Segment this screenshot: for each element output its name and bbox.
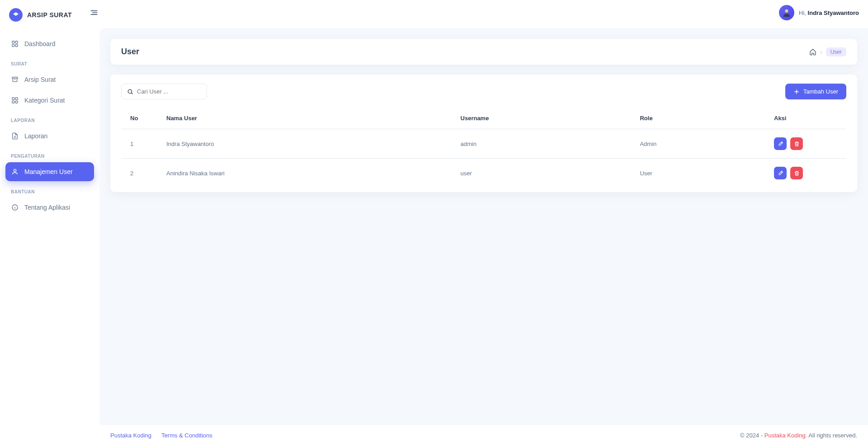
sidebar-item-label: Arsip Surat [24,76,56,83]
info-icon [11,203,19,211]
archive-icon [11,75,19,84]
sidebar-section-title: LAPORAN [5,112,94,127]
svg-rect-3 [15,44,18,47]
content-card: Tambah User No Nama User Username Role A… [110,75,857,192]
add-user-button[interactable]: Tambah User [785,84,846,99]
dashboard-icon [11,40,19,48]
breadcrumb-current: User [826,47,846,56]
svg-rect-5 [12,98,14,100]
add-user-label: Tambah User [803,88,838,95]
edit-icon [778,141,783,147]
cell-nama: Anindira Nisaka Iswari [157,159,452,188]
menu-toggle-button[interactable] [86,5,102,21]
brand-name: ARSIP SURAT [27,11,72,19]
sidebar-item-dashboard[interactable]: Dashboard [5,34,94,53]
footer: Pustaka Koding Terms & Conditions © 2024… [99,425,868,446]
file-icon [11,132,19,140]
sidebar: ARSIP SURAT Dashboard SURAT Arsip Surat [0,0,99,446]
edit-button[interactable] [774,167,787,179]
plus-icon [793,89,800,95]
trash-icon [794,170,800,176]
sidebar-item-manajemen-user[interactable]: Manajemen User [5,162,94,181]
sidebar-item-label: Manajemen User [24,168,73,175]
svg-rect-0 [12,41,14,43]
user-icon [11,168,19,176]
svg-rect-8 [15,101,18,103]
nav: Dashboard SURAT Arsip Surat Kategori Sur… [0,30,99,223]
category-icon [11,96,19,104]
brand[interactable]: ARSIP SURAT [0,0,99,30]
sidebar-item-kategori-surat[interactable]: Kategori Surat [5,91,94,110]
sidebar-item-label: Dashboard [24,40,56,47]
cell-role: User [631,159,765,188]
cell-aksi [765,159,846,188]
svg-line-16 [132,93,133,94]
svg-rect-2 [12,44,14,47]
page-header: User › User [110,39,857,65]
table-header-nama: Nama User [157,108,452,129]
edit-icon [778,170,783,176]
cell-no: 2 [121,159,157,188]
menu-icon [90,8,99,17]
svg-point-15 [128,89,132,93]
trash-icon [794,141,800,147]
users-table: No Nama User Username Role Aksi 1Indra S… [121,108,846,188]
search-box [121,84,207,99]
cell-aksi [765,129,846,159]
avatar [779,5,794,20]
sidebar-item-label: Laporan [24,132,47,140]
svg-rect-1 [15,41,18,43]
breadcrumb: › User [809,47,846,56]
table-header-role: Role [631,108,765,129]
chevron-right-icon: › [820,48,822,56]
table-row: 1Indra StyawantoroadminAdmin [121,129,846,159]
cell-nama: Indra Styawantoro [157,129,452,159]
sidebar-section-title: SURAT [5,55,94,70]
delete-button[interactable] [790,167,803,179]
page-title: User [121,47,139,56]
delete-button[interactable] [790,137,803,150]
table-header-username: Username [452,108,631,129]
cell-username: user [452,159,631,188]
table-row: 2Anindira Nisaka IswariuserUser [121,159,846,188]
svg-point-9 [14,169,16,172]
sidebar-section-title: BANTUAN [5,183,94,198]
footer-link-pustaka[interactable]: Pustaka Koding [110,432,151,439]
table-header-aksi: Aksi [765,108,846,129]
home-icon [809,48,816,56]
sidebar-item-tentang-aplikasi[interactable]: Tentang Aplikasi [5,198,94,217]
cell-role: Admin [631,129,765,159]
footer-link-terms[interactable]: Terms & Conditions [161,432,212,439]
footer-copyright: © 2024 - Pustaka Koding. All rights rese… [740,432,857,439]
brand-icon [9,8,23,22]
sidebar-item-label: Kategori Surat [24,97,65,104]
search-icon [127,89,133,95]
user-greeting[interactable]: Hi, Indra Styawantoro [779,5,859,20]
sidebar-section-title: PENGATURAN [5,147,94,162]
svg-rect-4 [12,77,18,79]
search-input[interactable] [137,88,201,95]
topbar: Hi, Indra Styawantoro [99,0,868,25]
svg-point-14 [785,9,788,13]
sidebar-item-laporan[interactable]: Laporan [5,127,94,146]
table-header-no: No [121,108,157,129]
user-name: Indra Styawantoro [808,9,859,16]
breadcrumb-home[interactable] [809,48,816,56]
edit-button[interactable] [774,137,787,150]
cell-username: admin [452,129,631,159]
greeting-prefix: Hi, [799,9,806,16]
svg-rect-7 [12,101,14,103]
sidebar-item-arsip-surat[interactable]: Arsip Surat [5,70,94,89]
svg-rect-6 [15,98,18,100]
sidebar-item-label: Tentang Aplikasi [24,204,70,211]
cell-no: 1 [121,129,157,159]
